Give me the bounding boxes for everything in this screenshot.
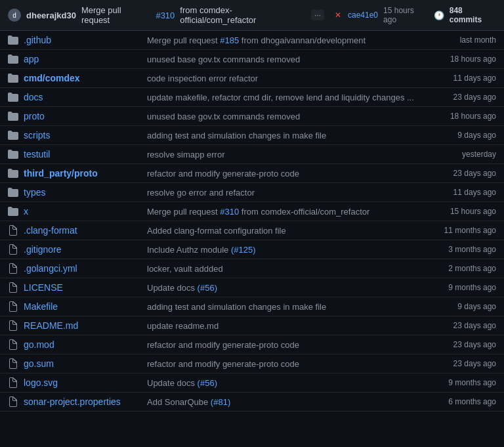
table-row: .clang-formatAdded clang-format configur…	[0, 221, 504, 240]
header-action: Merge pull request	[81, 5, 151, 25]
header-x-icon: ✕	[335, 11, 341, 20]
file-icon	[8, 244, 18, 255]
file-message: Added clang-format configuration file	[147, 226, 419, 236]
table-row: testutilresolve simapp erroryesterday	[0, 145, 504, 164]
file-name[interactable]: x	[24, 206, 142, 217]
file-name[interactable]: LICENSE	[24, 282, 142, 293]
message-link[interactable]: #185	[220, 35, 239, 45]
file-message: Update docs (#56)	[147, 378, 419, 388]
commit-header: d dheerajkd30 Merge pull request #310 fr…	[0, 0, 504, 31]
folder-icon	[8, 150, 18, 159]
file-time: yesterday	[424, 150, 496, 159]
file-name[interactable]: third_party/proto	[24, 168, 142, 179]
message-link[interactable]: (#81)	[211, 397, 230, 407]
file-time: 18 hours ago	[424, 54, 496, 64]
table-row: typesresolve go error and refactor11 day…	[0, 183, 504, 202]
file-message: unused base gov.tx commands removed	[147, 112, 419, 121]
table-row: docsupdate makefile, refactor cmd dir, r…	[0, 88, 504, 107]
avatar: d	[8, 9, 21, 22]
header-commit-hash[interactable]: cae41e0	[348, 11, 378, 20]
message-link[interactable]: (#125)	[231, 245, 256, 255]
file-name[interactable]: docs	[24, 92, 142, 102]
folder-icon	[8, 93, 18, 102]
file-time: last month	[424, 35, 496, 45]
file-name[interactable]: proto	[24, 111, 142, 121]
table-row: README.mdupdate readme.md23 days ago	[0, 316, 504, 335]
file-name[interactable]: .clang-format	[24, 225, 142, 236]
folder-icon	[8, 54, 18, 64]
clock-icon: 🕐	[434, 11, 444, 20]
table-row: go.modrefactor and modify generate-proto…	[0, 335, 504, 354]
message-link[interactable]: #310	[220, 207, 239, 217]
file-icon	[8, 358, 18, 369]
file-name[interactable]: sonar-project.properties	[24, 396, 142, 407]
file-message: Merge pull request #310 from comdex-offi…	[147, 207, 419, 217]
file-name[interactable]: Makefile	[24, 301, 142, 312]
header-username[interactable]: dheerajkd30	[26, 11, 76, 20]
file-message: Update docs (#56)	[147, 283, 419, 293]
file-message: adding test and simulation changes in ma…	[147, 302, 419, 312]
file-name[interactable]: .gitignore	[24, 244, 142, 255]
file-time: 6 months ago	[424, 397, 496, 406]
folder-icon	[8, 207, 18, 216]
file-icon	[8, 282, 18, 293]
file-message: update readme.md	[147, 321, 419, 331]
table-row: xMerge pull request #310 from comdex-off…	[0, 202, 504, 221]
file-name[interactable]: cmd/comdex	[24, 73, 142, 83]
file-message: locker, vault addded	[147, 264, 419, 274]
file-icon	[8, 301, 18, 312]
file-time: 9 months ago	[424, 378, 496, 387]
file-icon	[8, 263, 18, 274]
file-message: resolve go error and refactor	[147, 188, 419, 198]
table-row: .githubMerge pull request #185 from dhog…	[0, 31, 504, 50]
file-time: 11 days ago	[424, 188, 496, 197]
message-link[interactable]: (#56)	[198, 378, 217, 388]
header-commits-count[interactable]: 848 commits	[450, 6, 496, 24]
file-time: 9 days ago	[424, 302, 496, 311]
file-name[interactable]: go.sum	[24, 358, 142, 369]
file-time: 11 days ago	[424, 74, 496, 83]
table-row: cmd/comdexcode inspection error refactor…	[0, 69, 504, 88]
table-row: protounused base gov.tx commands removed…	[0, 107, 504, 126]
file-name[interactable]: logo.svg	[24, 377, 142, 388]
table-row: sonar-project.propertiesAdd SonarQube (#…	[0, 393, 504, 412]
file-message: refactor and modify generate-proto code	[147, 169, 419, 179]
file-time: 23 days ago	[424, 169, 496, 178]
file-message: Add SonarQube (#81)	[147, 397, 419, 407]
file-message: refactor and modify generate-proto code	[147, 359, 419, 369]
folder-icon	[8, 35, 18, 45]
file-name[interactable]: .golangci.yml	[24, 263, 142, 274]
file-message: unused base gov.tx commands removed	[147, 54, 419, 64]
message-link[interactable]: (#56)	[198, 283, 217, 293]
file-name[interactable]: .github	[24, 35, 142, 45]
file-icon	[8, 225, 18, 236]
file-name[interactable]: types	[24, 187, 142, 198]
file-message: Merge pull request #185 from dhogaivanna…	[147, 35, 419, 45]
file-name[interactable]: go.mod	[24, 339, 142, 350]
header-pr-link[interactable]: #310	[156, 11, 175, 20]
header-pr-from: from comdex-official/com_refactor	[180, 5, 306, 25]
file-time: 15 hours ago	[424, 207, 496, 216]
file-name[interactable]: README.md	[24, 320, 142, 331]
folder-icon	[8, 169, 18, 178]
folder-icon	[8, 131, 18, 140]
file-time: 11 months ago	[424, 226, 496, 235]
table-row: Makefileadding test and simulation chang…	[0, 297, 504, 316]
file-message: adding test and simulation changes in ma…	[147, 131, 419, 140]
file-name[interactable]: scripts	[24, 130, 142, 140]
file-message: code inspection error refactor	[147, 74, 419, 83]
file-message: update makefile, refactor cmd dir, remov…	[147, 93, 419, 102]
table-row: appunused base gov.tx commands removed18…	[0, 50, 504, 69]
file-name[interactable]: testutil	[24, 149, 142, 160]
table-row: LICENSEUpdate docs (#56)9 months ago	[0, 278, 504, 297]
file-message: Include Authz module (#125)	[147, 245, 419, 255]
file-name[interactable]: app	[24, 54, 142, 64]
folder-icon	[8, 188, 18, 197]
table-row: .gitignoreInclude Authz module (#125)3 m…	[0, 240, 504, 259]
folder-icon	[8, 74, 18, 83]
file-time: 18 hours ago	[424, 112, 496, 121]
file-time: 2 months ago	[424, 264, 496, 273]
file-message: refactor and modify generate-proto code	[147, 340, 419, 350]
file-time: 23 days ago	[424, 93, 496, 102]
header-dots[interactable]: ···	[311, 10, 324, 20]
